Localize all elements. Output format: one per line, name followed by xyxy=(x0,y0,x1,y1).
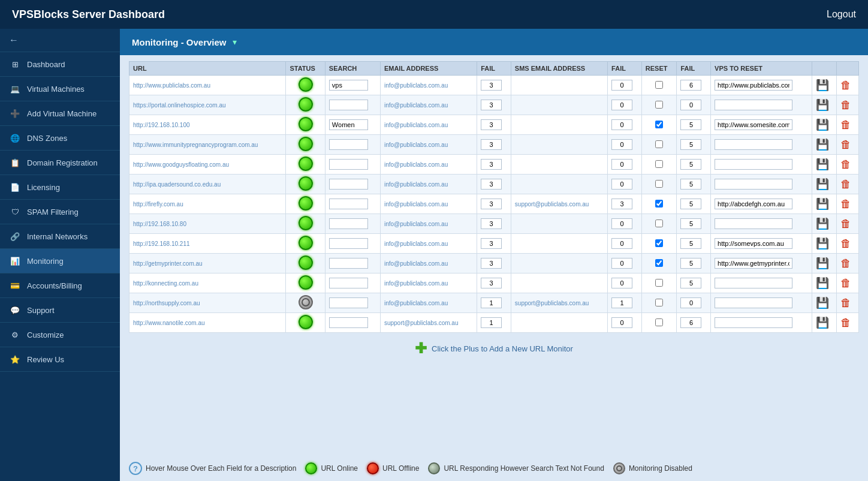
vps-input-3[interactable] xyxy=(715,139,792,150)
fail2-input-5[interactable] xyxy=(680,179,701,190)
search-input-7[interactable] xyxy=(329,218,368,229)
reset-checkbox-4[interactable] xyxy=(655,160,663,168)
fail-input-4[interactable] xyxy=(481,159,502,170)
sms-fail-input-12[interactable] xyxy=(611,317,632,328)
save-button-4[interactable]: 💾 xyxy=(816,158,829,171)
delete-button-9[interactable]: 🗑 xyxy=(840,257,851,270)
sidebar-item-internal-networks[interactable]: 🔗 Internal Networks xyxy=(0,224,120,249)
reset-checkbox-1[interactable] xyxy=(655,101,663,109)
delete-button-8[interactable]: 🗑 xyxy=(840,238,851,250)
fail2-input-8[interactable] xyxy=(680,238,701,249)
reset-checkbox-12[interactable] xyxy=(655,318,663,326)
delete-button-11[interactable]: 🗑 xyxy=(840,297,851,309)
search-input-8[interactable] xyxy=(329,238,368,249)
sms-fail-input-9[interactable] xyxy=(611,258,632,269)
sidebar-item-support[interactable]: 💬 Support xyxy=(0,298,120,323)
sms-fail-input-11[interactable] xyxy=(611,297,632,308)
save-button-1[interactable]: 💾 xyxy=(816,98,829,112)
sidebar-item-domain-registration[interactable]: 📋 Domain Registration xyxy=(0,151,120,175)
save-button-12[interactable]: 💾 xyxy=(816,316,829,329)
delete-button-0[interactable]: 🗑 xyxy=(840,79,851,92)
vps-input-2[interactable] xyxy=(715,119,792,130)
save-button-3[interactable]: 💾 xyxy=(816,138,829,151)
fail2-input-10[interactable] xyxy=(680,278,701,288)
sms-fail-input-8[interactable] xyxy=(611,238,632,249)
delete-button-3[interactable]: 🗑 xyxy=(840,139,851,151)
sidebar-item-virtual-machines[interactable]: 💻 Virtual Machines xyxy=(0,77,120,101)
save-button-6[interactable]: 💾 xyxy=(816,197,829,211)
vps-input-12[interactable] xyxy=(715,317,792,328)
reset-checkbox-5[interactable] xyxy=(655,180,663,188)
sms-fail-input-6[interactable] xyxy=(611,199,632,209)
search-input-4[interactable] xyxy=(329,159,368,170)
delete-button-4[interactable]: 🗑 xyxy=(840,158,851,171)
fail-input-6[interactable] xyxy=(481,199,502,209)
reset-checkbox-8[interactable] xyxy=(655,239,663,247)
delete-button-5[interactable]: 🗑 xyxy=(840,178,851,191)
search-input-2[interactable] xyxy=(329,119,368,130)
save-button-10[interactable]: 💾 xyxy=(816,276,829,290)
search-input-5[interactable] xyxy=(329,179,368,190)
search-input-3[interactable] xyxy=(329,139,368,150)
dropdown-arrow-icon[interactable]: ▾ xyxy=(233,37,237,47)
reset-checkbox-2[interactable] xyxy=(655,121,663,128)
sidebar-item-monitoring[interactable]: 📊 Monitoring xyxy=(0,249,120,273)
sms-fail-input-10[interactable] xyxy=(611,278,632,288)
reset-checkbox-7[interactable] xyxy=(655,220,663,227)
fail2-input-6[interactable] xyxy=(680,199,701,209)
sidebar-back-button[interactable]: ← xyxy=(0,29,120,52)
reset-checkbox-11[interactable] xyxy=(655,299,663,306)
vps-input-7[interactable] xyxy=(715,218,792,229)
sidebar-item-licensing[interactable]: 📄 Licensing xyxy=(0,175,120,200)
sidebar-item-customize[interactable]: ⚙ Customize xyxy=(0,323,120,347)
add-monitor-plus-icon[interactable]: ✚ xyxy=(415,340,427,357)
reset-checkbox-0[interactable] xyxy=(655,81,663,89)
vps-input-8[interactable] xyxy=(715,238,792,249)
search-input-0[interactable] xyxy=(329,80,368,91)
fail2-input-7[interactable] xyxy=(680,218,701,229)
search-input-11[interactable] xyxy=(329,297,368,308)
reset-checkbox-3[interactable] xyxy=(655,140,663,148)
fail2-input-1[interactable] xyxy=(680,100,701,110)
fail-input-7[interactable] xyxy=(481,218,502,229)
sidebar-item-add-virtual-machine[interactable]: ➕ Add Virtual Machine xyxy=(0,101,120,126)
vps-input-1[interactable] xyxy=(715,100,792,110)
vps-input-0[interactable] xyxy=(715,80,792,91)
fail2-input-3[interactable] xyxy=(680,139,701,150)
vps-input-9[interactable] xyxy=(715,258,792,269)
save-button-8[interactable]: 💾 xyxy=(816,237,829,250)
fail-input-2[interactable] xyxy=(481,119,502,130)
fail-input-1[interactable] xyxy=(481,100,502,110)
sms-fail-input-7[interactable] xyxy=(611,218,632,229)
save-button-5[interactable]: 💾 xyxy=(816,178,829,191)
vps-input-5[interactable] xyxy=(715,179,792,190)
sidebar-item-dashboard[interactable]: ⊞ Dashboard xyxy=(0,52,120,77)
search-input-12[interactable] xyxy=(329,317,368,328)
reset-checkbox-9[interactable] xyxy=(655,259,663,267)
sms-fail-input-5[interactable] xyxy=(611,179,632,190)
save-button-7[interactable]: 💾 xyxy=(816,217,829,230)
fail-input-9[interactable] xyxy=(481,258,502,269)
sms-fail-input-4[interactable] xyxy=(611,159,632,170)
vps-input-11[interactable] xyxy=(715,297,792,308)
fail-input-10[interactable] xyxy=(481,278,502,288)
search-input-1[interactable] xyxy=(329,100,368,110)
save-button-2[interactable]: 💾 xyxy=(816,118,829,131)
sidebar-item-accounts-billing[interactable]: 💳 Accounts/Billing xyxy=(0,273,120,298)
delete-button-7[interactable]: 🗑 xyxy=(840,218,851,230)
save-button-9[interactable]: 💾 xyxy=(816,257,829,270)
sms-fail-input-1[interactable] xyxy=(611,100,632,110)
fail-input-8[interactable] xyxy=(481,238,502,249)
search-input-6[interactable] xyxy=(329,199,368,209)
fail-input-3[interactable] xyxy=(481,139,502,150)
fail-input-5[interactable] xyxy=(481,179,502,190)
delete-button-6[interactable]: 🗑 xyxy=(840,198,851,211)
sms-fail-input-2[interactable] xyxy=(611,119,632,130)
search-input-9[interactable] xyxy=(329,258,368,269)
delete-button-2[interactable]: 🗑 xyxy=(840,119,851,131)
delete-button-12[interactable]: 🗑 xyxy=(840,317,851,329)
sms-fail-input-3[interactable] xyxy=(611,139,632,150)
fail2-input-2[interactable] xyxy=(680,119,701,130)
fail2-input-11[interactable] xyxy=(680,297,701,308)
reset-checkbox-10[interactable] xyxy=(655,279,663,287)
